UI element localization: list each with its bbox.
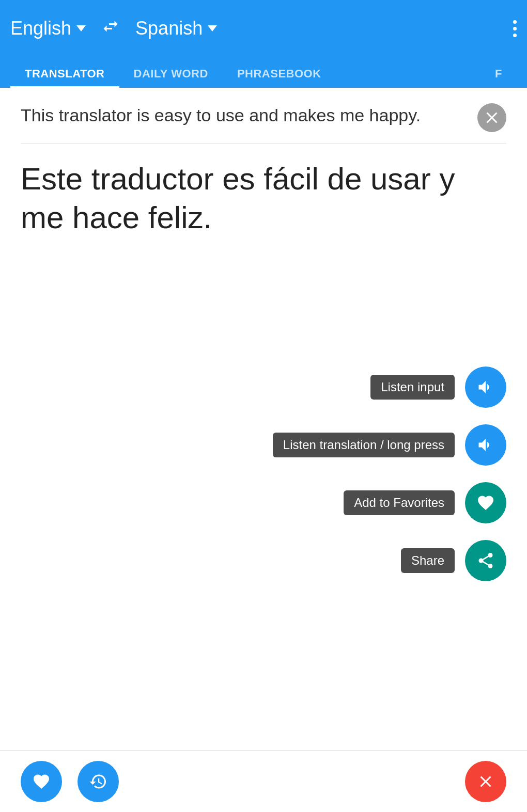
- target-language-label: Spanish: [135, 18, 203, 39]
- listen-input-button[interactable]: [465, 367, 506, 408]
- dot-icon: [513, 27, 517, 30]
- listen-translation-row: Listen translation / long press: [273, 424, 506, 466]
- listen-input-row: Listen input: [370, 367, 506, 408]
- source-language-label: English: [10, 18, 71, 39]
- favorites-bottom-button[interactable]: [21, 761, 62, 802]
- bottom-bar: [0, 750, 527, 812]
- add-favorites-tooltip: Add to Favorites: [344, 490, 455, 515]
- language-bar: English Spanish: [10, 0, 517, 57]
- input-text[interactable]: This translator is easy to use and makes…: [21, 103, 475, 128]
- target-language-selector[interactable]: Spanish: [135, 18, 217, 39]
- dot-icon: [513, 20, 517, 24]
- share-tooltip: Share: [401, 548, 455, 573]
- tab-daily-word[interactable]: DAILY WORD: [119, 67, 223, 88]
- translation-section: Este traductor es fácil de usar y me hac…: [21, 144, 506, 247]
- share-row: Share: [401, 540, 506, 581]
- action-buttons: Listen input Listen translation / long p…: [273, 367, 506, 581]
- tab-translator[interactable]: TRANSLATOR: [10, 67, 119, 88]
- close-bottom-button[interactable]: [465, 761, 506, 802]
- translated-text: Este traductor es fácil de usar y me hac…: [21, 160, 506, 237]
- source-language-chevron-icon: [76, 25, 86, 31]
- main-content: This translator is easy to use and makes…: [0, 88, 527, 812]
- target-language-chevron-icon: [208, 25, 217, 31]
- tab-f[interactable]: F: [481, 67, 517, 88]
- history-bottom-button[interactable]: [78, 761, 119, 802]
- more-menu-button[interactable]: [513, 20, 517, 37]
- listen-translation-button[interactable]: [465, 424, 506, 466]
- clear-input-button[interactable]: [477, 103, 506, 132]
- add-favorites-button[interactable]: [465, 482, 506, 523]
- listen-translation-tooltip: Listen translation / long press: [273, 433, 455, 457]
- app-header: English Spanish TRANSLATOR DAILY WORD PH…: [0, 0, 527, 88]
- source-language-selector[interactable]: English: [10, 18, 86, 39]
- listen-input-tooltip: Listen input: [370, 375, 455, 400]
- input-section: This translator is easy to use and makes…: [21, 103, 506, 144]
- tab-bar: TRANSLATOR DAILY WORD PHRASEBOOK F: [10, 57, 517, 88]
- tab-phrasebook[interactable]: PHRASEBOOK: [223, 67, 336, 88]
- add-favorites-row: Add to Favorites: [344, 482, 506, 523]
- swap-languages-icon[interactable]: [101, 17, 120, 40]
- share-button[interactable]: [465, 540, 506, 581]
- dot-icon: [513, 34, 517, 37]
